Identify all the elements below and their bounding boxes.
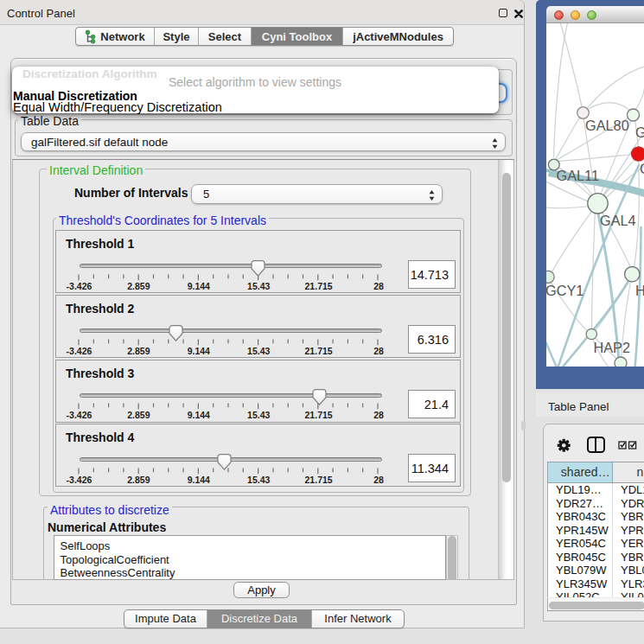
svg-text:GAL11: GAL11 [556, 168, 598, 183]
svg-text:C: C [640, 161, 644, 176]
svg-text:GA: GA [635, 124, 644, 140]
svg-text:GAL80: GAL80 [585, 118, 629, 133]
svg-text:H: H [635, 283, 644, 298]
svg-text:GAL4: GAL4 [600, 213, 636, 228]
svg-text:GCY1: GCY1 [546, 283, 583, 298]
svg-text:HAP2: HAP2 [593, 340, 630, 355]
